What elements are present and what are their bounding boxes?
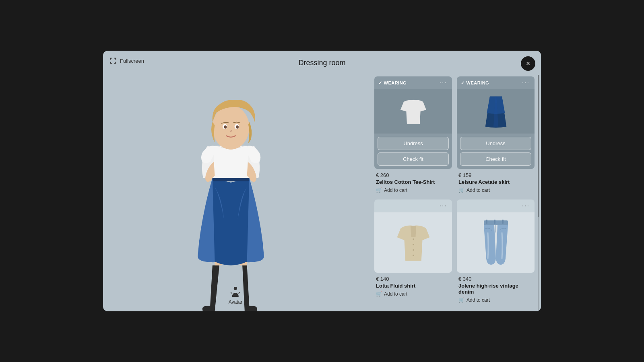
item-price-3: € 140 <box>376 276 450 282</box>
add-to-cart-button-3[interactable]: 🛒 Add to cart <box>376 291 407 297</box>
svg-point-10 <box>413 238 414 240</box>
svg-point-13 <box>413 255 414 256</box>
item-info-2: € 159 Leisure Acetate skirt 🛒 Add to car… <box>457 169 535 195</box>
svg-rect-2 <box>214 146 248 178</box>
item-card-4: ··· <box>457 200 535 304</box>
svg-point-7 <box>224 125 227 129</box>
item-card-2: ✓ WEARING ··· Undress <box>457 76 535 195</box>
modal-header: Dressing room × <box>103 51 541 75</box>
undress-button-1[interactable]: Undress <box>378 137 449 150</box>
tshirt-svg <box>397 95 429 128</box>
avatar-label-container: Avatar <box>229 286 242 305</box>
item-image-4 <box>457 212 535 273</box>
add-to-cart-label-2: Add to cart <box>466 187 490 193</box>
add-to-cart-button-1[interactable]: 🛒 Add to cart <box>376 187 407 193</box>
check-icon-2: ✓ <box>461 80 465 86</box>
item-info-4: € 340 Jolene high-rise vintage denim 🛒 A… <box>457 273 535 304</box>
item-name-3: Lotta Fluid shirt <box>376 283 450 289</box>
add-to-cart-label-4: Add to cart <box>466 297 490 303</box>
wearing-card-2: ✓ WEARING ··· Undress <box>457 76 535 169</box>
cart-icon-4: 🛒 <box>458 297 464 303</box>
wearing-badge-2: ✓ WEARING <box>461 80 489 86</box>
svg-rect-17 <box>502 220 504 224</box>
avatar-panel: Fullscreen <box>103 51 368 311</box>
avatar-svg <box>171 86 300 311</box>
cart-icon-2: 🛒 <box>458 187 464 193</box>
add-to-cart-label-3: Add to cart <box>384 291 407 297</box>
svg-point-4 <box>213 105 249 150</box>
card-header-3: ··· <box>374 200 452 212</box>
wearing-card-1: ✓ WEARING ··· Undress Check fit <box>374 76 452 169</box>
cart-icon-1: 🛒 <box>376 187 382 193</box>
avatar-icon <box>231 286 240 298</box>
modal-title: Dressing room <box>298 59 345 67</box>
card-header-1: ✓ WEARING ··· <box>374 76 452 89</box>
undress-button-2[interactable]: Undress <box>460 137 531 150</box>
avatar-text-label: Avatar <box>229 299 242 305</box>
dressing-room-modal: Dressing room × Fullscreen <box>103 51 541 311</box>
svg-point-12 <box>413 249 414 251</box>
item-price-4: € 340 <box>458 276 533 282</box>
check-fit-button-2[interactable]: Check fit <box>460 152 531 166</box>
more-button-3[interactable]: ··· <box>439 203 448 209</box>
skirt-svg <box>484 95 508 128</box>
item-info-1: € 260 Zelitos Cotton Tee-Shirt 🛒 Add to … <box>374 169 452 195</box>
cart-icon-3: 🛒 <box>376 291 382 297</box>
add-to-cart-button-2[interactable]: 🛒 Add to cart <box>458 187 490 193</box>
jeans-svg <box>480 218 512 267</box>
item-info-3: € 140 Lotta Fluid shirt 🛒 Add to cart <box>374 273 452 298</box>
items-grid: ✓ WEARING ··· Undress Check fit <box>374 76 535 304</box>
check-icon-1: ✓ <box>378 80 382 86</box>
shirt-svg <box>395 223 431 263</box>
item-name-1: Zelitos Cotton Tee-Shirt <box>376 179 450 185</box>
svg-rect-16 <box>494 220 495 224</box>
more-button-4[interactable]: ··· <box>521 203 530 209</box>
avatar-figure <box>171 86 300 311</box>
item-actions-2: Undress Check fit <box>457 134 535 169</box>
item-image-3 <box>374 212 452 273</box>
card-header-2: ✓ WEARING ··· <box>457 76 535 89</box>
check-fit-button-1[interactable]: Check fit <box>378 152 449 166</box>
add-to-cart-button-4[interactable]: 🛒 Add to cart <box>458 297 490 303</box>
wearing-badge-1: ✓ WEARING <box>378 80 407 86</box>
card-header-4: ··· <box>457 200 535 212</box>
scroll-thumb <box>538 75 539 217</box>
more-button-1[interactable]: ··· <box>439 80 448 86</box>
svg-point-8 <box>236 125 239 129</box>
item-image-1 <box>374 89 452 134</box>
right-panel[interactable]: ✓ WEARING ··· Undress Check fit <box>368 51 541 311</box>
item-price-1: € 260 <box>376 172 450 178</box>
close-button[interactable]: × <box>521 56 535 71</box>
item-card-1: ✓ WEARING ··· Undress Check fit <box>374 76 452 195</box>
card-3: ··· <box>374 200 452 273</box>
svg-point-9 <box>234 287 237 290</box>
item-name-2: Leisure Acetate skirt <box>458 179 533 185</box>
more-button-2[interactable]: ··· <box>521 80 530 86</box>
wearing-label-2: WEARING <box>466 80 489 85</box>
item-price-2: € 159 <box>458 172 533 178</box>
wearing-label-1: WEARING <box>384 80 407 85</box>
svg-point-11 <box>413 244 414 245</box>
scroll-track[interactable] <box>538 75 539 311</box>
item-name-4: Jolene high-rise vintage denim <box>458 283 533 295</box>
item-card-3: ··· <box>374 200 452 304</box>
card-4: ··· <box>457 200 535 273</box>
item-image-2 <box>457 89 535 134</box>
add-to-cart-label-1: Add to cart <box>384 187 407 193</box>
svg-rect-15 <box>486 220 487 224</box>
item-actions-1: Undress Check fit <box>374 134 452 169</box>
